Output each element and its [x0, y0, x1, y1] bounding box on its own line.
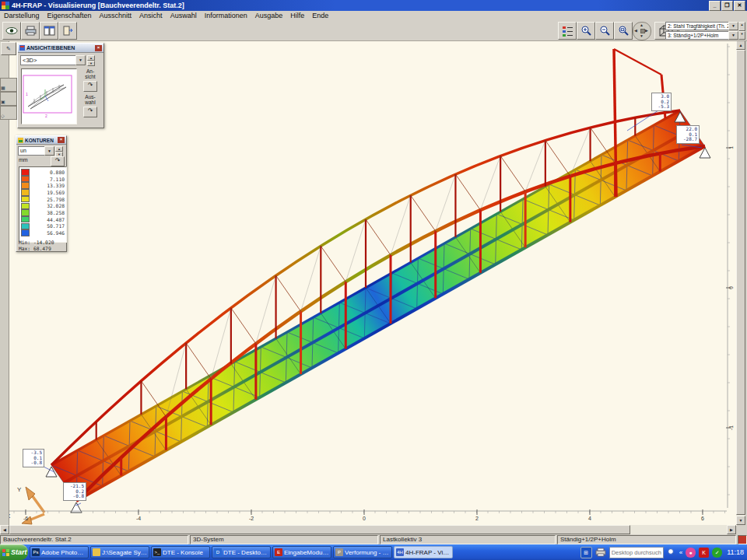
print-button[interactable]: [21, 22, 40, 40]
zoom-in-button[interactable]: [577, 22, 595, 40]
vertical-scrollbar[interactable]: ▲ ▼: [736, 40, 745, 525]
spin-up-icon[interactable]: ▲: [738, 22, 745, 31]
close-icon[interactable]: ×: [58, 137, 65, 143]
legend-color-swatch: [21, 196, 30, 203]
scroll-left-icon[interactable]: ◀: [0, 525, 9, 534]
legend-value: 19.569: [30, 190, 65, 195]
taskbar-task-photoshop[interactable]: PsAdobe Photoshop CS3 E...: [30, 546, 89, 558]
pan-center[interactable]: [640, 29, 645, 33]
menu-item-ausschnitt[interactable]: Ausschnitt: [96, 11, 136, 20]
view-combo[interactable]: <3D> ▼: [20, 55, 86, 65]
horizontal-scroll-thumb[interactable]: [9, 525, 630, 534]
dte-tray-icon[interactable]: ⊞: [580, 547, 592, 558]
spin-up-icon[interactable]: ▲: [55, 146, 63, 152]
node-result-annotation: 22.00.1-28.7: [676, 125, 700, 144]
start-button[interactable]: Start: [0, 544, 28, 560]
loadcase-combo[interactable]: 3: Ständig+1/2P+Holm ▼: [665, 31, 738, 40]
pointer-icon: ◇: [1, 114, 5, 118]
docked-panel-button[interactable]: ◇: [0, 106, 17, 120]
exit-button[interactable]: [58, 22, 77, 40]
tray-expand-icon[interactable]: «: [679, 549, 682, 556]
result-combo-value: 2: Stahl Tragfähigkeit (Th. 2. O: [665, 22, 728, 30]
menu-item-hilfe[interactable]: Hilfe: [286, 11, 308, 20]
tray-k-icon[interactable]: K: [699, 548, 709, 558]
menu-item-ende[interactable]: Ende: [308, 11, 332, 20]
pan-right-icon[interactable]: ▶: [645, 28, 648, 33]
spin-down-icon[interactable]: ▼: [87, 61, 95, 66]
taskbar-task-frap[interactable]: 4H4H-FRAP - Visualisier...: [394, 546, 453, 558]
clock: 11:18: [725, 548, 744, 556]
status-indicator[interactable]: [738, 535, 747, 544]
drawing-canvas[interactable]: [9, 40, 737, 526]
restore-icon[interactable]: ❐: [721, 1, 733, 11]
pan-left-icon[interactable]: ◀: [634, 28, 637, 33]
minimize-icon[interactable]: _: [709, 1, 721, 11]
task-label: EingabeModul [Bauchvee...: [284, 549, 329, 556]
taskbar-task-paint[interactable]: PVerformung - Paint: [333, 546, 392, 558]
view-eye-button[interactable]: [2, 22, 21, 40]
chevron-down-icon[interactable]: ▼: [728, 31, 738, 40]
desktop-search-input[interactable]: [609, 547, 664, 558]
menu-item-darstellung[interactable]: Darstellung: [0, 11, 44, 20]
loadcase-spinner[interactable]: ▲▼: [738, 22, 745, 40]
auswahl-label: Aus- wahl: [79, 95, 102, 105]
result-combo[interactable]: 2: Stahl Tragfähigkeit (Th. 2. O ▼: [665, 22, 738, 30]
windows-layout-button[interactable]: [40, 22, 58, 40]
pencil-icon: ✎: [6, 46, 11, 52]
pan-control[interactable]: ▲ ▼ ◀ ▶: [633, 22, 651, 40]
horizontal-scrollbar[interactable]: ◀ ▶: [0, 525, 736, 534]
window-title: 4H-FRAP - Visualisierung [Bauchveerendel…: [12, 2, 184, 9]
app-icon: [2, 2, 9, 9]
spin-up-icon[interactable]: ▲: [87, 55, 95, 61]
docked-panel-button[interactable]: ▦: [0, 78, 17, 92]
zoom-window-button[interactable]: [614, 22, 633, 40]
legend-value: 25.798: [30, 197, 65, 202]
chevron-down-icon[interactable]: ▼: [728, 22, 738, 30]
scroll-up-icon[interactable]: ▲: [736, 40, 745, 50]
printer-tray-icon[interactable]: [595, 548, 606, 557]
vertical-scroll-thumb[interactable]: [736, 50, 745, 515]
legend-color-swatch: [21, 229, 30, 236]
spin-down-icon[interactable]: ▼: [738, 31, 745, 40]
legend-value: 56.946: [30, 230, 65, 236]
pan-down-icon[interactable]: ▼: [640, 33, 644, 38]
rotate-arrow-icon: ↷: [88, 82, 93, 89]
pan-up-icon[interactable]: ▲: [640, 23, 644, 27]
taskbar-task-console[interactable]: >_DTE - Konsole: [151, 546, 210, 558]
close-icon[interactable]: ×: [95, 45, 102, 51]
taskbar-task-dte[interactable]: DDTE - Desktop Engineeri...: [212, 546, 271, 558]
quantity-spinner[interactable]: ▲▼: [55, 146, 63, 156]
legend-value: 50.717: [30, 223, 65, 229]
refresh-contours-button[interactable]: ↷: [51, 156, 65, 166]
chevron-down-icon[interactable]: ▼: [75, 55, 86, 65]
taskbar-task-eingabe[interactable]: EEingabeModul [Bauchvee...: [272, 546, 331, 558]
view-spinner[interactable]: ▲▼: [87, 55, 95, 65]
chevron-down-icon[interactable]: ▼: [44, 146, 54, 156]
tray-app-icon[interactable]: ●: [686, 548, 696, 558]
tray-status-icon[interactable]: ✓: [712, 548, 722, 558]
close-icon[interactable]: ✕: [734, 1, 745, 11]
ansicht-label: An- sicht: [79, 69, 102, 79]
menu-item-informationen[interactable]: Informationen: [201, 11, 251, 20]
auswahl-apply-button[interactable]: ↷: [83, 107, 97, 117]
search-icon[interactable]: [667, 548, 676, 557]
panel-title: KONTUREN: [25, 138, 54, 143]
docked-panel-button[interactable]: ▣: [0, 92, 17, 106]
scroll-down-icon[interactable]: ▼: [736, 516, 745, 525]
menu-item-eigenschaften[interactable]: Eigenschaften: [44, 11, 96, 20]
ansicht-apply-button[interactable]: ↷: [83, 81, 97, 92]
menu-item-ausgabe[interactable]: Ausgabe: [251, 11, 287, 20]
taskbar-task-folder[interactable]: J:\Seagate Sync\SyncRe...: [90, 546, 149, 558]
panel-titlebar[interactable]: KONTUREN ×: [16, 136, 66, 145]
panel-titlebar[interactable]: ANSICHT/EBENEN ×: [18, 44, 103, 53]
view-thumbnail[interactable]: 1 2: [21, 68, 77, 124]
quantity-combo[interactable]: un ▼: [18, 146, 54, 156]
legend-list-button[interactable]: [558, 22, 577, 40]
menu-item-ansicht[interactable]: Ansicht: [135, 11, 167, 20]
sketch-tool-button[interactable]: ✎: [1, 42, 16, 55]
zoom-out-button[interactable]: [595, 22, 614, 40]
menu-item-auswahl[interactable]: Auswahl: [167, 11, 201, 20]
title-bar[interactable]: 4H-FRAP - Visualisierung [Bauchveerendel…: [0, 0, 747, 11]
status-system: 3D-System: [190, 535, 378, 544]
scroll-right-icon[interactable]: ▶: [727, 525, 736, 534]
